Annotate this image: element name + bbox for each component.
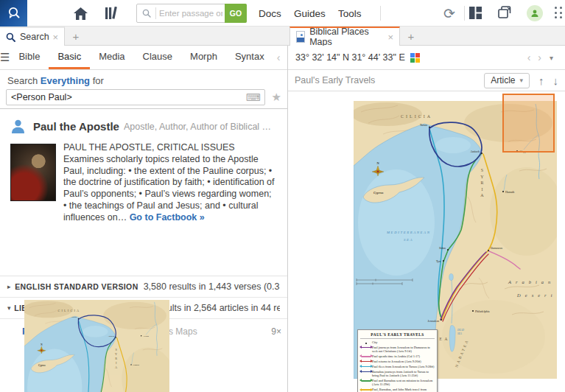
route-arrow-icon [362,371,371,373]
go-button[interactable]: GO [225,4,247,23]
go-to-factbook-link[interactable]: Go to Factbook » [130,212,205,223]
open-in-maps-icon[interactable] [410,53,420,63]
legend-item: Paul flees from Jerusalem to Tarsus (Act… [360,365,435,368]
city-dot-icon [365,343,368,345]
home-icon[interactable] [72,6,88,21]
card-body-text: PAUL THE APOSTLE, CRITICAL ISSUES Examin… [63,142,274,223]
command-input[interactable] [156,9,225,18]
search-controls: Search Everything for ⌨ ★ [0,70,287,109]
legend-item: Paul spends time in Arabia (Gal 1:17) [360,354,435,358]
more-menu-icon[interactable] [555,7,565,20]
prev-map-icon[interactable]: ‹ [524,52,535,63]
sync-icon[interactable]: ⟳ [441,5,458,21]
caret-down-icon: ▾ [519,77,523,84]
close-icon[interactable]: × [52,32,58,43]
toolbar-divider [380,6,381,21]
card-subtitle: Apostle, Author, Author of Biblical Book… [124,122,277,132]
collapse-arrow-icon[interactable]: ▸ [7,283,15,290]
search-kind-syntax[interactable]: Syntax [226,46,273,69]
menu-guides[interactable]: Guides [294,0,326,27]
account-avatar[interactable] [527,5,543,21]
tab-search[interactable]: Search × [0,27,65,46]
route-arrow-icon [362,366,371,368]
search-kind-clause[interactable]: Clause [134,46,181,69]
legend-item: Barnabas journeys from Antioch to Tarsus… [360,370,435,378]
search-scope-line: Search Everything for [7,75,104,86]
view-mode-button[interactable]: Article▾ [484,73,530,88]
history-back-icon[interactable]: ‹ [273,46,284,69]
route-arrow-icon [362,356,371,357]
next-map-icon[interactable]: › [534,52,545,63]
card-header: Paul the Apostle Apostle, Author, Author… [10,119,277,134]
breadcrumb: Paul's Early Travels [295,75,375,85]
card-body: PAUL THE APOSTLE, CRITICAL ISSUES Examin… [63,142,277,224]
tab-biblical-places-maps[interactable]: Biblical Places Maps × [289,27,400,46]
layouts-icon[interactable] [469,7,482,19]
coordinates-value: 33° 32' 14" N 31° 44' 33" E [295,52,405,63]
legend-item: City [360,340,435,345]
route-arrow-icon [362,389,371,391]
keyboard-icon[interactable]: ⌨ [246,91,264,103]
new-tab-button[interactable]: + [401,27,421,46]
map-result-thumbnail[interactable] [24,300,169,392]
command-box: GO [136,4,247,23]
factbook-card: Paul the Apostle Apostle, Author, Author… [0,110,287,276]
legend-item: Paul and Barnabas sent on mission to Jer… [360,379,435,387]
maps-panel: 33° 32' 14" N 31° 44' 33" E ‹ › ▾ Paul's… [288,46,565,392]
panel-tabs-row: Search × + Biblical Places Maps × + [0,27,565,46]
library-icon[interactable] [103,6,121,21]
tab-label: Search [20,32,49,42]
map-viewport: PAUL'S EARLY TRAVELS City Paul journeys … [288,91,565,392]
section-esv[interactable]: ▸ ENGLISH STANDARD VERSION 3,580 results… [0,276,287,298]
route-arrow-icon [362,361,371,363]
top-toolbar: GO Docs Guides Tools ⟳ [0,0,565,27]
query-box: ⌨ [6,89,265,105]
menu-docs[interactable]: Docs [259,0,281,27]
next-article-icon[interactable]: ↓ [553,74,559,87]
maps-dropdown-icon[interactable]: ▾ [545,54,558,62]
search-tab-icon [6,32,15,42]
previous-article-icon[interactable]: ↑ [538,74,544,87]
paul-portrait-image [10,144,56,201]
route-arrow-icon [362,347,371,349]
new-tab-button[interactable]: + [66,27,85,46]
scope-prefix: Search [7,75,38,86]
search-icon [137,7,156,19]
search-panel: ☰ Bible Basic Media Clause Morph Syntax … [0,46,287,392]
legend-item: Paul, Barnabas, and John Mark travel fro… [360,388,435,392]
logos-app-logo[interactable] [0,0,27,27]
card-title[interactable]: Paul the Apostle [33,120,119,133]
legend-item: Paul returns to Jerusalem (Acts 9:26ff) [360,360,435,363]
close-all-panels-icon[interactable] [498,6,512,19]
panel-menu-icon[interactable]: ☰ [0,46,10,69]
result-count-badge: 9× [271,326,281,337]
map-selection-rectangle[interactable] [502,94,555,153]
search-kind-basic[interactable]: Basic [49,46,90,69]
section-summary: 3,580 results in 1,443 verses (0.33 sec) [144,281,280,292]
favorite-star-icon[interactable]: ★ [272,91,281,104]
scope-everything-link[interactable]: Everything [41,75,90,86]
route-arrow-icon [362,380,371,382]
search-kind-media[interactable]: Media [90,46,133,69]
legend-item: Paul journeys from Jerusalem to Damascus… [360,346,435,354]
close-icon[interactable]: × [387,32,393,43]
search-kind-bible[interactable]: Bible [10,46,49,69]
map-legend: PAUL'S EARLY TRAVELS City Paul journeys … [357,329,438,392]
view-mode-label: Article [491,75,515,85]
search-kind-morph[interactable]: Morph [181,46,226,69]
toolbar-divider [464,6,465,21]
person-icon [10,119,26,134]
menu-tools[interactable]: Tools [338,0,362,27]
article-bar: Paul's Early Travels Article▾ ↑ ↓ [288,70,565,91]
legend-title: PAUL'S EARLY TRAVELS [360,332,435,339]
query-input[interactable] [7,92,246,102]
section-title: ENGLISH STANDARD VERSION [15,282,138,291]
collapse-arrow-icon[interactable]: ▾ [7,304,14,312]
coordinates-bar: 33° 32' 14" N 31° 44' 33" E ‹ › ▾ [288,46,565,70]
resource-icon [296,31,305,43]
search-panel-toolbar: ☰ Bible Basic Media Clause Morph Syntax … [0,46,287,70]
tab-label: Biblical Places Maps [309,27,387,47]
scope-suffix: for [93,75,104,86]
